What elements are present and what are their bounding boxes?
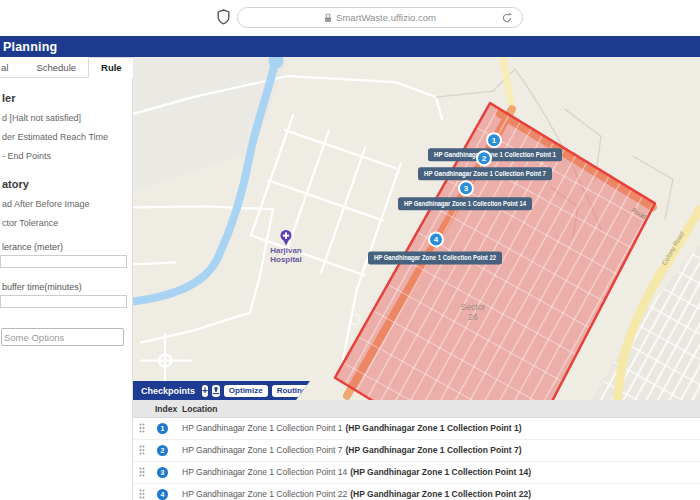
- location-text: HP Gandhinagar Zone 1 Collection Point 1…: [182, 462, 531, 483]
- checkpoints-title: Checkpoints: [141, 386, 195, 396]
- url-text: SmartWaste.uffizio.com: [336, 12, 436, 23]
- svg-text:Sector: Sector: [461, 302, 486, 312]
- svg-text:3: 3: [464, 184, 469, 193]
- sidebar-option-end-points[interactable]: - End Points: [2, 151, 128, 161]
- marker-tooltip-3: HP Gandhinagar Zone 1 Collection Point 1…: [398, 197, 532, 210]
- sidebar-option-sector-tolerance[interactable]: ctor Tolerance: [2, 218, 128, 228]
- map-marker-1[interactable]: 1: [487, 133, 501, 147]
- tab-general[interactable]: al: [0, 58, 14, 77]
- marker-tooltip-2: HP Gandhinagar Zone 1 Collection Point 7: [418, 167, 552, 180]
- options-select[interactable]: Some Options: [1, 328, 124, 346]
- svg-text:HP Gandhinagar Zone 1 Collecti: HP Gandhinagar Zone 1 Collection Point 1…: [404, 199, 527, 208]
- drag-handle-icon[interactable]: [139, 423, 145, 433]
- location-text: HP Gandhinagar Zone 1 Collection Point 1…: [182, 418, 522, 439]
- checkpoint-row-2[interactable]: 2 HP Gandhinagar Zone 1 Collection Point…: [133, 440, 700, 462]
- sidebar-section-heading-mandatory: atory: [2, 178, 128, 190]
- svg-text:HP Gandhinagar Zone 1 Collecti: HP Gandhinagar Zone 1 Collection Point 1: [434, 150, 556, 159]
- index-badge: 4: [157, 489, 168, 500]
- add-checkpoint-button[interactable]: +: [202, 385, 208, 397]
- sidebar-section-heading: ler: [2, 92, 128, 104]
- map-marker-2[interactable]: 2: [477, 151, 491, 165]
- tolerance-meter-label: lerance (meter): [2, 242, 128, 252]
- sidebar-tabbar: al Schedule Rule: [0, 57, 132, 78]
- column-header-location: Location: [182, 404, 217, 414]
- drag-handle-icon[interactable]: [139, 445, 145, 455]
- location-text: HP Gandhinagar Zone 1 Collection Point 7…: [182, 440, 522, 461]
- sidebar-option-halt[interactable]: d [Halt not satisfied]: [2, 113, 128, 123]
- upload-icon: [212, 386, 220, 395]
- svg-text:HP Gandhinagar Zone 1 Collecti: HP Gandhinagar Zone 1 Collection Point 2…: [374, 253, 496, 262]
- optimize-button[interactable]: Optimize: [224, 385, 268, 397]
- page-title: Planning: [3, 40, 57, 54]
- svg-text:Harjivan: Harjivan: [270, 246, 302, 255]
- svg-text:Hospital: Hospital: [270, 255, 302, 264]
- browser-chrome: SmartWaste.uffizio.com: [0, 0, 700, 37]
- buffer-time-label: buffer time(minutes): [2, 282, 128, 292]
- checkpoints-table-header: Index Location: [133, 400, 700, 418]
- checkpoint-row-4[interactable]: 4 HP Gandhinagar Zone 1 Collection Point…: [133, 484, 700, 500]
- app-header: Planning: [0, 36, 700, 57]
- map-marker-4[interactable]: 4: [429, 232, 443, 246]
- svg-text:26: 26: [468, 312, 478, 322]
- refresh-icon[interactable]: [501, 12, 513, 24]
- tab-schedule[interactable]: Schedule: [36, 58, 82, 77]
- address-bar[interactable]: SmartWaste.uffizio.com: [237, 7, 523, 28]
- shield-icon[interactable]: [217, 9, 230, 25]
- lock-icon: [324, 13, 332, 23]
- location-text: HP Gandhinagar Zone 1 Collection Point 2…: [182, 484, 531, 500]
- marker-tooltip-1: HP Gandhinagar Zone 1 Collection Point 1: [428, 148, 562, 161]
- checkpoints-table: Index Location 1 HP Gandhinagar Zone 1 C…: [133, 400, 700, 500]
- options-select-placeholder: Some Options: [4, 332, 64, 343]
- svg-text:2: 2: [482, 154, 487, 163]
- tolerance-meter-input[interactable]: [0, 255, 127, 268]
- tab-rule[interactable]: Rule: [88, 57, 135, 78]
- sidebar-option-before-image[interactable]: ad After Before Image: [2, 199, 128, 209]
- buffer-time-input[interactable]: [0, 295, 127, 308]
- checkpoints-tab: Checkpoints + Optimize Routing: [133, 381, 310, 400]
- sidebar-option-reach-time[interactable]: der Estimated Reach Time: [2, 132, 128, 142]
- index-badge: 1: [157, 423, 168, 434]
- marker-tooltip-4: HP Gandhinagar Zone 1 Collection Point 2…: [368, 251, 502, 264]
- drag-handle-icon[interactable]: [139, 467, 145, 477]
- index-badge: 2: [157, 445, 168, 456]
- sidebar: al Schedule Rule ler d [Halt not satisfi…: [0, 57, 133, 500]
- svg-text:HP Gandhinagar Zone 1 Collecti: HP Gandhinagar Zone 1 Collection Point 7: [424, 169, 546, 178]
- upload-checkpoints-button[interactable]: [212, 385, 220, 397]
- svg-text:4: 4: [434, 235, 439, 244]
- column-header-index: Index: [155, 404, 177, 414]
- checkpoint-row-3[interactable]: 3 HP Gandhinagar Zone 1 Collection Point…: [133, 462, 700, 484]
- index-badge: 3: [157, 467, 168, 478]
- checkpoint-row-1[interactable]: 1 HP Gandhinagar Zone 1 Collection Point…: [133, 418, 700, 440]
- drag-handle-icon[interactable]: [139, 489, 145, 499]
- map-marker-3[interactable]: 3: [459, 181, 473, 195]
- svg-text:1: 1: [492, 136, 497, 145]
